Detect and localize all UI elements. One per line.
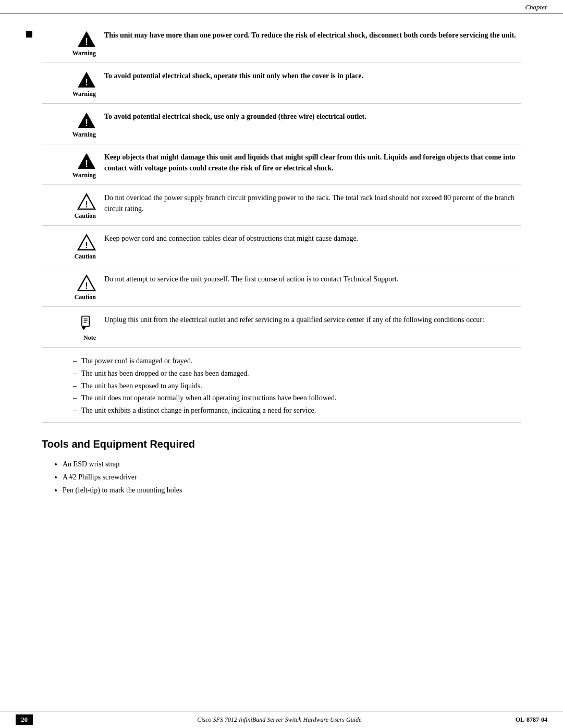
caution-label-2: Caution xyxy=(75,253,96,261)
tools-item-2: A #2 Phillips screwdriver xyxy=(63,471,521,484)
svg-text:!: ! xyxy=(85,118,88,128)
warning-text-2: To avoid potential electrical shock, ope… xyxy=(104,70,521,81)
warning-row-4: ! Warning Keep objects that might damage… xyxy=(42,146,521,185)
note-label: Note xyxy=(83,334,96,342)
svg-text:!: ! xyxy=(85,240,88,250)
note-bullets-section: The power cord is damaged or frayed. The… xyxy=(42,350,521,423)
caution-label-3: Caution xyxy=(75,293,96,301)
tools-list: An ESD wrist strap A #2 Phillips screwdr… xyxy=(42,458,521,497)
caution-text-1: Do not overload the power supply branch … xyxy=(104,192,521,214)
bullet-item-3: The unit has been exposed to any liquids… xyxy=(73,380,521,392)
warning-row-2: ! Warning To avoid potential electrical … xyxy=(42,65,521,104)
bullet-item-5: The unit exhibits a distinct change in p… xyxy=(73,404,521,417)
warning-text-1: This unit may have more than one power c… xyxy=(104,30,521,41)
caution-row-3: ! Caution Do not attempt to service the … xyxy=(42,268,521,307)
tools-item-3: Pen (felt-tip) to mark the mounting hole… xyxy=(63,484,521,497)
note-icon-col: Note xyxy=(42,314,104,342)
top-header: Chapter xyxy=(0,0,563,14)
bullet-item-2: The unit has been dropped or the case ha… xyxy=(73,367,521,380)
caution-icon-col-3: ! Caution xyxy=(42,274,104,301)
caution-icon-col-1: ! Caution xyxy=(42,192,104,220)
chapter-label: Chapter xyxy=(525,3,547,11)
svg-text:!: ! xyxy=(85,77,88,88)
bullet-item-4: The unit does not operate normally when … xyxy=(73,392,521,404)
warning-label-2: Warning xyxy=(72,90,96,98)
page-number: 20 xyxy=(16,714,33,725)
warning-icon-2: ! xyxy=(77,70,96,89)
footer-doc-title: Cisco SFS 7012 InfiniBand Server Switch … xyxy=(43,716,516,724)
svg-text:!: ! xyxy=(85,36,88,47)
warning-icon-col-4: ! Warning xyxy=(42,152,104,179)
bullet-item-1: The power cord is damaged or frayed. xyxy=(73,355,521,367)
caution-icon-3: ! xyxy=(77,274,96,292)
page-marker xyxy=(26,31,32,38)
warning-text-4: Keep objects that might damage this unit… xyxy=(104,152,521,174)
warning-row-3: ! Warning To avoid potential electrical … xyxy=(42,106,521,144)
svg-text:!: ! xyxy=(85,200,88,209)
caution-icon-col-2: ! Caution xyxy=(42,233,104,261)
caution-text-3: Do not attempt to service the unit yours… xyxy=(104,274,521,285)
warning-icon-col-3: ! Warning xyxy=(42,111,104,139)
svg-text:!: ! xyxy=(85,158,88,169)
footer-doc-id: OL-8787-04 xyxy=(516,716,547,724)
warning-icon-3: ! xyxy=(77,111,96,130)
warning-label-3: Warning xyxy=(72,131,96,139)
warning-label-4: Warning xyxy=(72,171,96,179)
warning-label-1: Warning xyxy=(72,50,96,57)
page-container: Chapter ! Warning This unit may have mor… xyxy=(0,0,563,728)
page-footer: 20 Cisco SFS 7012 InfiniBand Server Swit… xyxy=(0,711,563,728)
note-text: Unplug this unit from the electrical out… xyxy=(104,314,521,325)
caution-label-1: Caution xyxy=(75,212,96,220)
warning-icon-col-1: ! Warning xyxy=(42,30,104,57)
warning-icon-4: ! xyxy=(77,152,96,170)
caution-text-2: Keep power cord and connection cables cl… xyxy=(104,233,521,244)
main-content: ! Warning This unit may have more than o… xyxy=(0,14,563,711)
svg-rect-14 xyxy=(82,316,89,327)
svg-text:!: ! xyxy=(85,281,88,290)
warning-row-1: ! Warning This unit may have more than o… xyxy=(42,24,521,63)
tools-item-1: An ESD wrist strap xyxy=(63,458,521,471)
note-bullet-list: The power cord is damaged or frayed. The… xyxy=(63,355,521,417)
caution-row-2: ! Caution Keep power cord and connection… xyxy=(42,228,521,266)
caution-row-1: ! Caution Do not overload the power supp… xyxy=(42,187,521,226)
note-icon xyxy=(77,314,96,333)
note-row: Note Unplug this unit from the electrica… xyxy=(42,309,521,348)
section-heading: Tools and Equipment Required xyxy=(42,438,521,450)
warning-icon-col-2: ! Warning xyxy=(42,70,104,98)
warning-icon-1: ! xyxy=(77,30,96,48)
caution-icon-1: ! xyxy=(77,192,96,211)
caution-icon-2: ! xyxy=(77,233,96,252)
warning-text-3: To avoid potential electrical shock, use… xyxy=(104,111,521,122)
